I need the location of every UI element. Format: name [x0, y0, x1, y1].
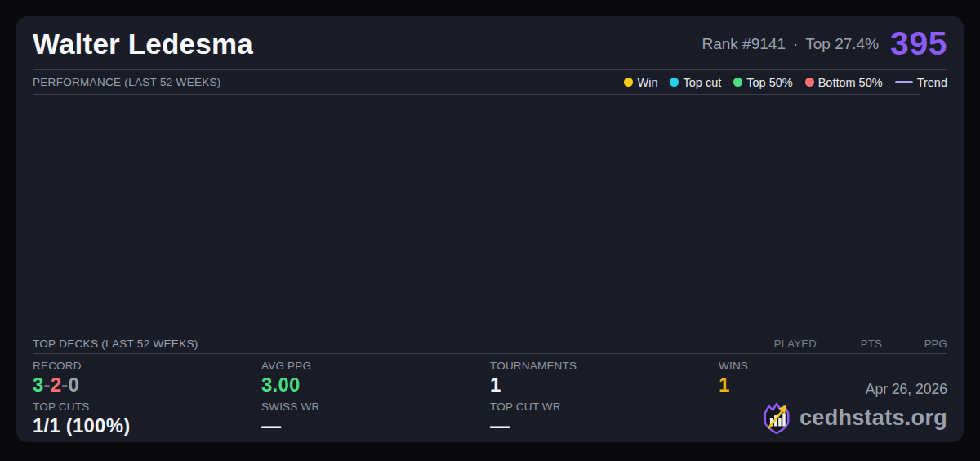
brand-text: cedhstats.org [800, 405, 947, 431]
legend-label: Win [637, 76, 657, 89]
top-cut-wr-label: TOP CUT WR [490, 401, 719, 413]
tournaments-label: TOURNAMENTS [490, 360, 719, 372]
legend-label: Top cut [683, 76, 721, 89]
cedhstats-logo-icon [761, 401, 792, 435]
column-header-pts: PTS [817, 338, 882, 350]
top-cut-dot-icon [670, 78, 679, 87]
record-wins: 3 [33, 374, 44, 396]
top-cut-wr-value: — [490, 415, 719, 436]
stat-cell-record: RECORD 3-2-0 TOP CUTS 1/1 (100%) [33, 360, 261, 441]
player-score: 395 [890, 27, 947, 60]
card-footer: Apr 26, 2026 cedhstats.org [761, 381, 947, 435]
stat-cell-tournaments: TOURNAMENTS 1 TOP CUT WR — [490, 360, 719, 441]
header-right: Rank #9141 · Top 27.4% 395 [702, 27, 947, 60]
record-label: RECORD [33, 360, 261, 372]
record-sep: - [44, 374, 51, 396]
top-decks-columns: PLAYED PTS PPG [751, 338, 947, 350]
player-stats-card: Walter Ledesma Rank #9141 · Top 27.4% 39… [16, 16, 964, 442]
top-cuts-label: TOP CUTS [33, 401, 261, 413]
column-header-played: PLAYED [751, 338, 817, 350]
performance-section-title: PERFORMANCE (LAST 52 WEEKS) [33, 76, 221, 88]
legend-item-bottom50[interactable]: Bottom 50% [805, 76, 883, 89]
stat-cell-avg-ppg: AVG PPG 3.00 SWISS WR — [261, 360, 490, 441]
tournaments-value: 1 [490, 374, 719, 396]
legend-label: Top 50% [746, 76, 792, 89]
top50-dot-icon [733, 78, 742, 87]
card-header: Walter Ledesma Rank #9141 · Top 27.4% 39… [33, 16, 947, 70]
rank-separator: · [793, 35, 798, 53]
top-decks-section-title: TOP DECKS (LAST 52 WEEKS) [33, 338, 198, 350]
record-sep: - [61, 374, 68, 396]
chart-legend: Win Top cut Top 50% Bottom 50% Trend [624, 76, 947, 89]
top-decks-header-row: TOP DECKS (LAST 52 WEEKS) PLAYED PTS PPG [33, 333, 947, 354]
player-name: Walter Ledesma [33, 28, 253, 60]
legend-item-top-cut[interactable]: Top cut [670, 76, 721, 89]
legend-item-win[interactable]: Win [624, 76, 657, 89]
swiss-wr-value: — [261, 415, 490, 436]
trend-line-icon [895, 81, 913, 83]
date-text: Apr 26, 2026 [866, 381, 947, 398]
avg-ppg-label: AVG PPG [261, 360, 490, 372]
bottom50-dot-icon [805, 78, 814, 87]
record-value: 3-2-0 [33, 374, 261, 396]
performance-chart-area [33, 95, 947, 333]
legend-label: Bottom 50% [818, 76, 883, 89]
win-dot-icon [624, 78, 633, 87]
legend-label: Trend [917, 76, 947, 89]
column-header-ppg: PPG [882, 338, 947, 350]
brand[interactable]: cedhstats.org [761, 401, 947, 435]
rank-line: Rank #9141 · Top 27.4% [702, 35, 879, 53]
legend-item-top50[interactable]: Top 50% [733, 76, 792, 89]
performance-header-row: PERFORMANCE (LAST 52 WEEKS) Win Top cut … [33, 70, 947, 94]
record-losses: 2 [51, 374, 62, 396]
record-draws: 0 [69, 374, 80, 396]
top-percent-text: Top 27.4% [805, 35, 879, 53]
swiss-wr-label: SWISS WR [261, 401, 490, 413]
avg-ppg-value: 3.00 [261, 374, 490, 396]
wins-label: WINS [719, 360, 947, 372]
legend-item-trend[interactable]: Trend [895, 76, 947, 89]
top-cuts-value: 1/1 (100%) [33, 415, 261, 436]
rank-text: Rank #9141 [702, 35, 785, 53]
